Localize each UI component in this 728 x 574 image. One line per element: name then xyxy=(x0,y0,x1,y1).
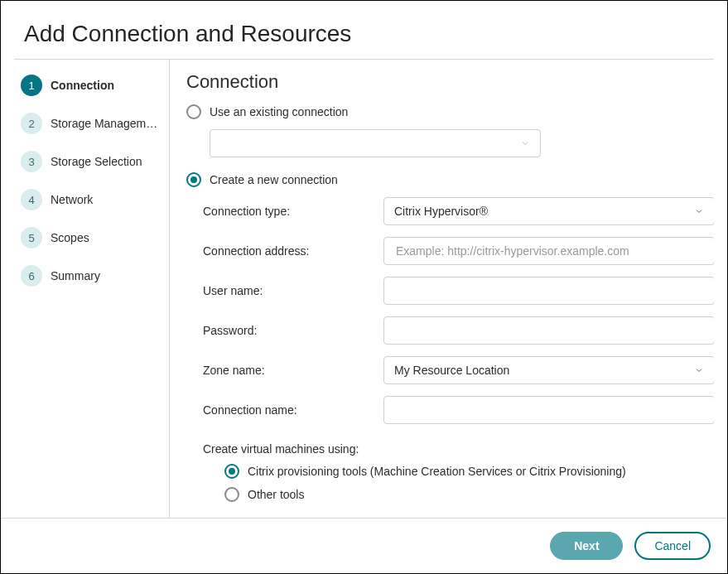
step-storage-management[interactable]: 2 Storage Manageme... xyxy=(17,108,162,139)
step-label: Summary xyxy=(51,269,100,282)
step-number-icon: 5 xyxy=(21,227,42,248)
vm-create-section: Create virtual machines using: Citrix pr… xyxy=(203,442,706,502)
password-field[interactable] xyxy=(383,316,714,345)
connection-address-field[interactable] xyxy=(383,237,714,265)
label-zone-name: Zone name: xyxy=(203,364,369,377)
step-summary[interactable]: 6 Summary xyxy=(17,260,162,292)
label-connection-name: Connection name: xyxy=(203,403,369,417)
body: 1 Connection 2 Storage Manageme... 3 Sto… xyxy=(1,60,727,518)
label-user-name: User name: xyxy=(203,284,369,297)
radio-icon[interactable] xyxy=(186,172,201,187)
step-label: Connection xyxy=(51,79,114,92)
step-connection[interactable]: 1 Connection xyxy=(17,70,162,101)
user-name-input[interactable] xyxy=(394,283,704,298)
radio-icon[interactable] xyxy=(224,464,239,479)
radio-icon[interactable] xyxy=(186,104,201,119)
step-storage-selection[interactable]: 3 Storage Selection xyxy=(17,146,162,177)
step-label: Network xyxy=(51,193,93,206)
step-number-icon: 6 xyxy=(21,265,42,287)
existing-connection-block xyxy=(210,129,706,157)
step-number-icon: 1 xyxy=(21,75,42,96)
connection-name-field[interactable] xyxy=(383,396,714,424)
vm-option-citrix[interactable]: Citrix provisioning tools (Machine Creat… xyxy=(224,464,706,479)
step-label: Storage Selection xyxy=(51,155,142,168)
select-value: My Resource Location xyxy=(394,364,509,377)
next-button[interactable]: Next xyxy=(550,532,623,560)
chevron-down-icon xyxy=(520,138,530,148)
step-label: Scopes xyxy=(51,231,89,244)
option-create-new[interactable]: Create a new connection xyxy=(186,172,706,187)
wizard-steps-sidebar: 1 Connection 2 Storage Manageme... 3 Sto… xyxy=(14,60,170,518)
vm-create-title: Create virtual machines using: xyxy=(203,442,706,456)
cancel-button[interactable]: Cancel xyxy=(634,532,711,560)
option-use-existing[interactable]: Use an existing connection xyxy=(186,104,706,119)
select-value: Citrix Hypervisor® xyxy=(394,205,488,218)
radio-icon[interactable] xyxy=(224,487,239,502)
step-number-icon: 2 xyxy=(21,113,42,134)
step-network[interactable]: 4 Network xyxy=(17,184,162,215)
user-name-field[interactable] xyxy=(383,277,714,305)
step-number-icon: 3 xyxy=(21,151,42,172)
radio-label: Other tools xyxy=(248,488,304,501)
label-connection-address: Connection address: xyxy=(203,244,369,258)
step-scopes[interactable]: 5 Scopes xyxy=(17,222,162,253)
password-input[interactable] xyxy=(394,323,704,338)
connection-address-input[interactable] xyxy=(394,244,704,258)
step-number-icon: 4 xyxy=(21,189,42,210)
footer: Next Cancel xyxy=(1,518,727,573)
label-password: Password: xyxy=(203,324,369,337)
radio-label: Use an existing connection xyxy=(210,105,348,118)
connection-name-input[interactable] xyxy=(394,403,704,417)
connection-form: Connection type: Citrix Hypervisor® Conn… xyxy=(203,197,706,424)
panel-heading: Connection xyxy=(186,71,706,93)
header: Add Connection and Resources xyxy=(1,1,727,59)
radio-label: Citrix provisioning tools (Machine Creat… xyxy=(248,465,626,478)
chevron-down-icon xyxy=(694,206,704,216)
step-label: Storage Manageme... xyxy=(51,117,159,130)
zone-name-select[interactable]: My Resource Location xyxy=(383,356,714,384)
label-connection-type: Connection type: xyxy=(203,205,369,218)
wizard-dialog: Add Connection and Resources 1 Connectio… xyxy=(0,0,728,574)
radio-label: Create a new connection xyxy=(210,173,338,186)
dialog-title: Add Connection and Resources xyxy=(24,21,704,47)
chevron-down-icon xyxy=(694,365,704,375)
connection-type-select[interactable]: Citrix Hypervisor® xyxy=(383,197,714,225)
main-panel: Connection Use an existing connection Cr… xyxy=(170,60,714,518)
existing-connection-select[interactable] xyxy=(210,129,541,157)
vm-option-other[interactable]: Other tools xyxy=(224,487,706,502)
